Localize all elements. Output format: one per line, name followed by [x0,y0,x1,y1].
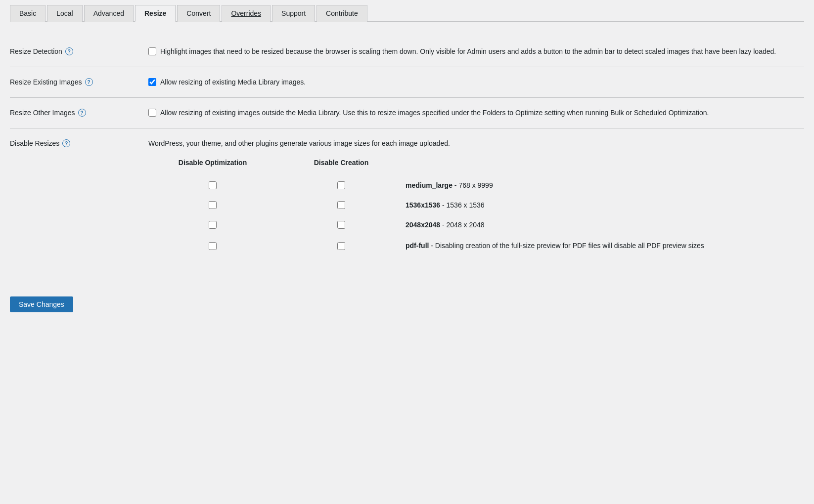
resize-other-checkbox-row: Allow resizing of existing images outsid… [148,108,804,118]
tab-local[interactable]: Local [47,5,82,22]
resize-opt-checkbox-1536x1536[interactable] [209,201,217,209]
resize-create-checkbox-medium_large[interactable] [337,181,345,189]
resize-detection-label-text: Resize Detection [10,47,62,55]
resize-sizes-container: medium_large - 768 x 99991536x1536 - 153… [148,175,804,257]
resize-detection-description: Highlight images that need to be resized… [160,46,776,57]
resize-label-cell-2048x2048: 2048x2048 - 2048 x 2048 [406,221,804,229]
save-button-row: Save Changes [10,287,804,312]
resize-size-row-1536x1536: 1536x1536 - 1536 x 1536 [148,195,804,215]
resize-opt-cell-2048x2048 [148,221,277,229]
resize-size-row-medium_large: medium_large - 768 x 9999 [148,175,804,195]
disable-resizes-description: WordPress, your theme, and other plugins… [148,138,804,149]
resize-other-help-icon[interactable]: ? [78,109,86,117]
resize-detection-row: Resize Detection ? Highlight images that… [10,37,804,67]
disable-resizes-control: WordPress, your theme, and other plugins… [148,138,804,257]
disable-resizes-label-text: Disable Resizes [10,139,59,147]
resize-create-checkbox-2048x2048[interactable] [337,221,345,229]
resize-size-row-pdf-full: pdf-full - Disabling creation of the ful… [148,235,804,257]
resize-existing-checkbox[interactable] [148,78,156,86]
resize-opt-cell-medium_large [148,181,277,189]
tab-convert[interactable]: Convert [177,5,220,22]
resize-create-checkbox-1536x1536[interactable] [337,201,345,209]
resize-label-cell-medium_large: medium_large - 768 x 9999 [406,181,804,189]
resize-opt-cell-1536x1536 [148,201,277,209]
resize-existing-description: Allow resizing of existing Media Library… [160,77,306,87]
resize-opt-checkbox-pdf-full[interactable] [209,242,217,250]
resize-table-header: Disable Optimization Disable Creation [148,159,804,170]
tab-advanced[interactable]: Advanced [84,5,134,22]
resize-create-cell-pdf-full [277,242,406,250]
resize-existing-label-text: Resize Existing Images [10,78,82,86]
resize-opt-checkbox-2048x2048[interactable] [209,221,217,229]
resize-opt-cell-pdf-full [148,242,277,250]
tab-support[interactable]: Support [272,5,315,22]
tabs-bar: BasicLocalAdvancedResizeConvertOverrides… [10,5,804,22]
resize-existing-control: Allow resizing of existing Media Library… [148,77,804,87]
resize-other-label-text: Resize Other Images [10,109,75,117]
resize-create-cell-1536x1536 [277,201,406,209]
tab-basic[interactable]: Basic [10,5,45,22]
resize-label-cell-pdf-full: pdf-full - Disabling creation of the ful… [406,241,804,251]
save-button[interactable]: Save Changes [10,296,73,312]
tab-resize[interactable]: Resize [135,5,176,22]
disable-resizes-help-icon[interactable]: ? [62,139,70,147]
resize-other-control: Allow resizing of existing images outsid… [148,108,804,118]
resize-detection-help-icon[interactable]: ? [65,47,73,55]
resize-other-row: Resize Other Images ? Allow resizing of … [10,98,804,128]
resize-create-cell-2048x2048 [277,221,406,229]
disable-resizes-label: Disable Resizes ? [10,138,148,147]
col-opt-header: Disable Optimization [148,159,277,167]
disable-resizes-row: Disable Resizes ? WordPress, your theme,… [10,128,804,267]
resize-label-cell-1536x1536: 1536x1536 - 1536 x 1536 [406,201,804,209]
resize-create-checkbox-pdf-full[interactable] [337,242,345,250]
resize-detection-checkbox[interactable] [148,47,156,55]
resize-size-row-2048x2048: 2048x2048 - 2048 x 2048 [148,215,804,235]
resize-existing-row: Resize Existing Images ? Allow resizing … [10,67,804,97]
resize-detection-control: Highlight images that need to be resized… [148,46,804,57]
resize-existing-checkbox-row: Allow resizing of existing Media Library… [148,77,804,87]
resize-other-label: Resize Other Images ? [10,108,148,117]
resize-opt-checkbox-medium_large[interactable] [209,181,217,189]
tab-contribute[interactable]: Contribute [317,5,367,22]
tab-overrides[interactable]: Overrides [222,5,271,22]
resize-detection-checkbox-row: Highlight images that need to be resized… [148,46,804,57]
resize-existing-label: Resize Existing Images ? [10,77,148,86]
settings-content: Resize Detection ? Highlight images that… [10,22,804,312]
resize-detection-label: Resize Detection ? [10,46,148,55]
resize-other-description: Allow resizing of existing images outsid… [160,108,709,118]
col-create-header: Disable Creation [277,159,406,167]
resize-existing-help-icon[interactable]: ? [85,78,93,86]
resize-create-cell-medium_large [277,181,406,189]
page-wrapper: BasicLocalAdvancedResizeConvertOverrides… [0,0,814,504]
resize-other-checkbox[interactable] [148,109,156,117]
